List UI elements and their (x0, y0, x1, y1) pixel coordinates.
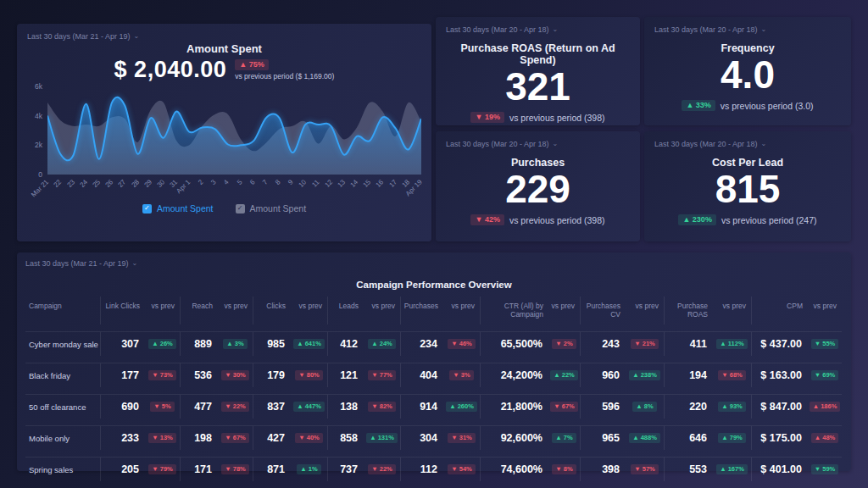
column-header: vs prev (713, 297, 752, 324)
metric-value: 914 (401, 394, 443, 419)
vs-previous-text: vs previous period (398) (509, 215, 605, 225)
metric-value: 985 (253, 331, 291, 356)
date-range-selector[interactable]: Last 30 days (Mar 20 - Apr 18) ⌄ (654, 25, 841, 34)
date-range-selector[interactable]: Last 30 days (Mar 20 - Apr 18) ⌄ (654, 140, 841, 148)
campaign-performance-card: Last 30 days (Mar 21 - Apr 19) ⌄ Campaig… (17, 252, 851, 471)
kpi-value: 815 (654, 169, 841, 209)
amount-spent-card: Last 30 days (Mar 21 - Apr 19) ⌄ Amount … (17, 24, 431, 241)
legend-label: Amount Spent (157, 203, 214, 214)
metric-delta-cell: ▼ 78% (218, 457, 253, 481)
delta-badge: ▲ 26% (148, 339, 176, 349)
delta-badge: ▼ 21% (631, 339, 659, 349)
metric-value: 121 (328, 363, 364, 387)
delta-badge: ▲ 1% (297, 464, 320, 474)
metric-value: 536 (181, 363, 218, 387)
y-axis-labels: 6k4k2k0 (27, 86, 47, 175)
column-header: vs prev (626, 297, 665, 324)
kpi-card-purchases: Last 30 days (Mar 20 - Apr 18) ⌄ Purchas… (436, 131, 640, 241)
table-row: 50 off clearance690▼ 5%477▼ 22%837▲ 447%… (25, 394, 843, 419)
x-tick-label: 24 (78, 178, 89, 189)
metric-value: 92,600% (481, 425, 548, 450)
delta-badge: ▲ 7% (552, 433, 576, 443)
delta-badge: ▼ 57% (631, 464, 659, 474)
metric-delta-cell: ▲ 260% (443, 394, 481, 419)
metric-delta-cell: ▲ 167% (713, 457, 752, 481)
metric-delta-cell: ▲ 488% (626, 425, 665, 450)
delta-badge: ▲ 447% (293, 402, 325, 412)
delta-badge: ▲ 488% (629, 433, 660, 443)
delta-badge: ▲ 131% (366, 433, 398, 443)
x-tick-label: 7 (261, 178, 270, 186)
delta-badge: ▼ 73% (148, 370, 176, 380)
chevron-down-icon: ⌄ (761, 141, 767, 147)
metric-value: 858 (328, 425, 364, 450)
metric-value: 596 (581, 394, 626, 419)
column-header: vs prev (291, 297, 328, 324)
delta-badge: ▼ 22% (221, 402, 249, 412)
delta-badge: ▼ 55% (811, 339, 839, 349)
delta-badge: ▼ 54% (448, 464, 476, 474)
metric-delta-cell: ▲ 48% (808, 425, 842, 450)
metric-delta-cell: ▲ 112% (713, 331, 752, 356)
delta-badge: ▲ 112% (716, 339, 747, 349)
chart-title: Amount Spent (27, 42, 421, 55)
date-range-selector[interactable]: Last 30 days (Mar 20 - Apr 18) ⌄ (446, 140, 630, 148)
metric-delta-cell: ▼ 77% (364, 363, 401, 387)
delta-badge: ▲ 22% (550, 370, 578, 380)
metric-delta-cell: ▼ 40% (291, 425, 328, 450)
table-row: Cyber monday sale307▲ 26%889▲ 3%985▲ 641… (25, 331, 843, 356)
delta-badge: ▲ 48% (811, 433, 839, 443)
delta-badge: ▲ 79% (718, 433, 746, 443)
table-title: Campaign Performance Overview (25, 280, 843, 290)
vs-previous-text: vs previous period (3.0) (721, 101, 814, 111)
amount-spent-area-chart (47, 86, 421, 175)
metric-delta-cell: ▼ 21% (626, 331, 665, 356)
kpi-title: Purchase ROAS (Return on Ad Spend) (446, 42, 630, 66)
delta-badge: ▼ 19% (470, 112, 504, 123)
y-tick-label: 0 (38, 170, 42, 179)
x-tick-label: 9 (287, 178, 296, 186)
delta-badge: ▼ 5% (150, 402, 174, 412)
metric-delta-cell: ▲ 8% (626, 394, 665, 419)
column-header: Purchase ROAS (665, 297, 713, 324)
legend-item-gray[interactable]: ✓Amount Spent (236, 203, 307, 214)
x-tick-label: 8 (274, 178, 282, 186)
delta-badge: ▲ 93% (718, 402, 746, 412)
kpi-value: 321 (446, 66, 630, 107)
table-row: Mobile only233▼ 13%198▼ 67%427▼ 40%858▲ … (25, 425, 843, 450)
kpi-value: 4.0 (654, 54, 841, 95)
legend-checkbox[interactable]: ✓ (142, 204, 152, 214)
chevron-down-icon: ⌄ (553, 27, 559, 32)
column-header: vs prev (145, 297, 181, 324)
x-tick-label: 30 (155, 178, 166, 189)
metric-delta-cell: ▼ 67% (548, 394, 581, 419)
date-range-selector[interactable]: Last 30 days (Mar 21 - Apr 19) ⌄ (27, 32, 421, 41)
date-range-selector[interactable]: Last 30 days (Mar 21 - Apr 19) ⌄ (25, 259, 843, 268)
metric-value: 737 (328, 457, 364, 481)
column-header: vs prev (548, 297, 581, 324)
metric-delta-cell: ▼ 3% (443, 363, 481, 387)
metric-delta-cell: ▲ 1% (291, 457, 328, 481)
column-header: Purchases (401, 297, 443, 324)
date-range-selector[interactable]: Last 30 days (Mar 20 - Apr 18) ⌄ (446, 25, 630, 34)
legend-item-blue[interactable]: ✓Amount Spent (142, 203, 214, 214)
metric-delta-cell: ▼ 79% (145, 457, 181, 481)
table-header-row: CampaignLink Clicksvs prevReachvs prevCl… (25, 297, 843, 324)
vs-previous-text: vs previous period (247) (721, 215, 817, 225)
delta-badge: ▼ 30% (221, 370, 249, 380)
legend-checkbox[interactable]: ✓ (236, 204, 245, 214)
metric-value: 837 (253, 394, 291, 419)
delta-badge: ▼ 46% (448, 339, 476, 349)
delta-badge: ▲ 8% (632, 402, 656, 412)
metric-delta-cell: ▲ 79% (713, 425, 752, 450)
metric-delta-cell: ▼ 31% (443, 425, 481, 450)
metric-value: 177 (101, 363, 145, 387)
metric-value: 179 (253, 363, 291, 387)
delta-badge: ▼ 40% (295, 433, 323, 443)
metric-value: 871 (253, 457, 291, 481)
metric-delta-cell: ▲ 93% (713, 394, 752, 419)
column-header: CPM (752, 297, 808, 324)
y-tick-label: 2k (35, 141, 42, 149)
metric-value: 198 (181, 425, 218, 450)
x-tick-label: 10 (298, 178, 309, 189)
